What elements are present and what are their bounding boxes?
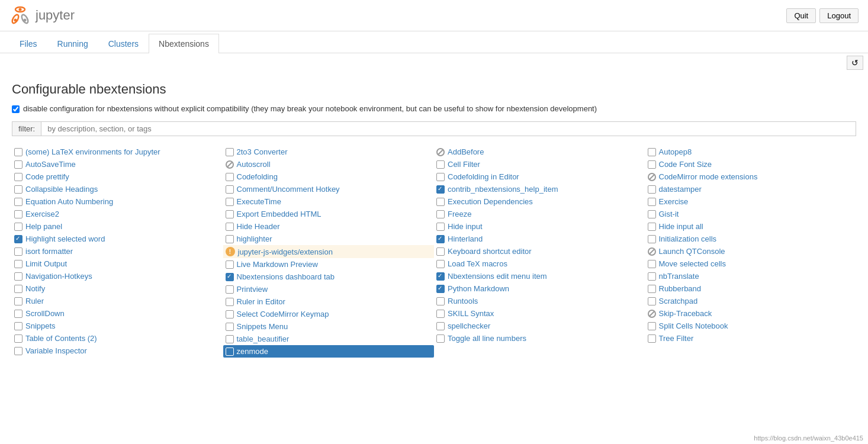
ext-item-label[interactable]: Export Embedded HTML xyxy=(237,210,322,218)
list-item[interactable]: Code Font Size xyxy=(645,158,857,170)
list-item[interactable]: AddBefore xyxy=(434,146,645,158)
ext-item-label[interactable]: Initialization cells xyxy=(659,234,717,243)
ext-item-label[interactable]: Python Markdown xyxy=(448,284,509,293)
ext-item-label[interactable]: zenmode xyxy=(237,347,268,356)
ext-item-label[interactable]: (some) LaTeX environments for Jupyter xyxy=(25,147,160,156)
ext-item-label[interactable]: Codefolding in Editor xyxy=(448,172,519,181)
list-item[interactable]: Export Embedded HTML xyxy=(223,208,435,220)
list-item[interactable]: Rubberband xyxy=(645,282,857,295)
ext-item-label[interactable]: Move selected cells xyxy=(659,259,726,268)
list-item[interactable]: Skip-Traceback xyxy=(645,307,857,320)
list-item[interactable]: (some) LaTeX environments for Jupyter xyxy=(12,146,223,158)
list-item[interactable]: Cell Filter xyxy=(434,158,645,170)
list-item[interactable]: Printview xyxy=(223,283,435,295)
list-item[interactable]: Ruler in Editor xyxy=(223,295,435,308)
list-item[interactable]: Code prettify xyxy=(12,170,223,183)
ext-item-label[interactable]: Cell Filter xyxy=(448,160,480,169)
ext-item-label[interactable]: jupyter-js-widgets/extension xyxy=(238,247,333,256)
list-item[interactable]: Tree Filter xyxy=(645,332,857,345)
list-item[interactable]: CodeMirror mode extensions xyxy=(645,170,857,183)
filter-input[interactable] xyxy=(41,122,856,136)
ext-item-label[interactable]: Printview xyxy=(237,285,268,294)
ext-item-label[interactable]: Code Font Size xyxy=(659,160,712,169)
list-item[interactable]: Hide Header xyxy=(223,220,435,233)
ext-item-label[interactable]: Gist-it xyxy=(659,210,679,218)
list-item[interactable]: Autopep8 xyxy=(645,146,857,158)
ext-item-label[interactable]: Rubberband xyxy=(659,284,702,293)
list-item[interactable]: Live Markdown Preview xyxy=(223,258,435,271)
list-item[interactable]: contrib_nbextensions_help_item xyxy=(434,183,645,195)
list-item[interactable]: Equation Auto Numbering xyxy=(12,195,223,208)
list-item[interactable]: Hinterland xyxy=(434,233,645,245)
list-item[interactable]: Variable Inspector xyxy=(12,345,223,357)
list-item[interactable]: Notify xyxy=(12,282,223,295)
ext-item-label[interactable]: Autoscroll xyxy=(237,160,271,169)
ext-item-label[interactable]: Notify xyxy=(25,284,45,293)
ext-item-label[interactable]: Hide Header xyxy=(237,222,280,231)
ext-item-label[interactable]: Collapsible Headings xyxy=(25,185,98,194)
list-item[interactable]: Snippets xyxy=(12,320,223,332)
list-item[interactable]: Autoscroll xyxy=(223,158,435,170)
list-item[interactable]: Codefolding in Editor xyxy=(434,170,645,183)
list-item[interactable]: Move selected cells xyxy=(645,258,857,270)
ext-item-label[interactable]: Variable Inspector xyxy=(25,346,87,355)
ext-item-label[interactable]: Tree Filter xyxy=(659,334,694,343)
tab-nbextensions[interactable]: Nbextensions xyxy=(149,34,219,53)
ext-item-label[interactable]: Load TeX macros xyxy=(448,259,507,268)
list-item[interactable]: ExecuteTime xyxy=(223,195,435,208)
list-item[interactable]: Nbextensions dashboard tab xyxy=(223,271,435,283)
ext-item-label[interactable]: AutoSaveTime xyxy=(25,160,76,169)
list-item[interactable]: Highlight selected word xyxy=(12,233,223,245)
ext-item-label[interactable]: Scratchpad xyxy=(659,297,698,305)
ext-item-label[interactable]: 2to3 Converter xyxy=(237,147,288,156)
list-item[interactable]: Comment/Uncomment Hotkey xyxy=(223,183,435,195)
list-item[interactable]: !jupyter-js-widgets/extension xyxy=(223,245,435,258)
ext-item-label[interactable]: Exercise xyxy=(659,197,689,206)
list-item[interactable]: SKILL Syntax xyxy=(434,307,645,320)
ext-item-label[interactable]: Highlight selected word xyxy=(25,234,105,243)
list-item[interactable]: Toggle all line numbers xyxy=(434,332,645,345)
ext-item-label[interactable]: ExecuteTime xyxy=(237,197,281,206)
ext-item-label[interactable]: Freeze xyxy=(448,210,471,218)
ext-item-label[interactable]: nbTranslate xyxy=(659,272,699,281)
list-item[interactable]: Keyboard shortcut editor xyxy=(434,245,645,258)
ext-item-label[interactable]: Comment/Uncomment Hotkey xyxy=(237,185,340,194)
ext-item-label[interactable]: isort formatter xyxy=(25,247,73,256)
ext-item-label[interactable]: Runtools xyxy=(448,297,478,305)
ext-item-label[interactable]: Table of Contents (2) xyxy=(25,334,97,343)
list-item[interactable]: Split Cells Notebook xyxy=(645,320,857,332)
ext-item-label[interactable]: highlighter xyxy=(237,234,272,243)
ext-item-label[interactable]: CodeMirror mode extensions xyxy=(659,172,758,181)
ext-item-label[interactable]: Hinterland xyxy=(448,234,483,243)
list-item[interactable]: Runtools xyxy=(434,295,645,307)
list-item[interactable]: datestamper xyxy=(645,183,857,195)
ext-item-label[interactable]: Limit Output xyxy=(25,259,67,268)
ext-item-label[interactable]: Toggle all line numbers xyxy=(448,334,526,343)
list-item[interactable]: spellchecker xyxy=(434,320,645,332)
ext-item-label[interactable]: Select CodeMirror Keymap xyxy=(237,310,329,318)
ext-item-label[interactable]: AddBefore xyxy=(448,147,484,156)
list-item[interactable]: Table of Contents (2) xyxy=(12,332,223,345)
list-item[interactable]: 2to3 Converter xyxy=(223,146,435,158)
ext-item-label[interactable]: Ruler in Editor xyxy=(237,297,285,306)
list-item[interactable]: AutoSaveTime xyxy=(12,158,223,170)
list-item[interactable]: nbTranslate xyxy=(645,270,857,282)
ext-item-label[interactable]: Codefolding xyxy=(237,172,278,181)
list-item[interactable]: Freeze xyxy=(434,208,645,220)
ext-item-label[interactable]: Execution Dependencies xyxy=(448,197,533,206)
list-item[interactable]: Execution Dependencies xyxy=(434,195,645,208)
ext-item-label[interactable]: Hide input xyxy=(448,222,483,231)
quit-button[interactable]: Quit xyxy=(786,8,816,23)
ext-item-label[interactable]: Ruler xyxy=(25,297,44,305)
ext-item-label[interactable]: ScrollDown xyxy=(25,309,65,318)
ext-item-label[interactable]: Hide input all xyxy=(659,222,703,231)
tab-files[interactable]: Files xyxy=(9,34,47,53)
ext-item-label[interactable]: Code prettify xyxy=(25,172,69,181)
list-item[interactable]: Load TeX macros xyxy=(434,258,645,270)
ext-item-label[interactable]: Nbextensions dashboard tab xyxy=(237,272,335,281)
list-item[interactable]: Select CodeMirror Keymap xyxy=(223,308,435,320)
ext-item-label[interactable]: datestamper xyxy=(659,185,702,194)
list-item[interactable]: Snippets Menu xyxy=(223,320,435,333)
ext-item-label[interactable]: Split Cells Notebook xyxy=(659,321,728,330)
ext-item-label[interactable]: Help panel xyxy=(25,222,62,231)
